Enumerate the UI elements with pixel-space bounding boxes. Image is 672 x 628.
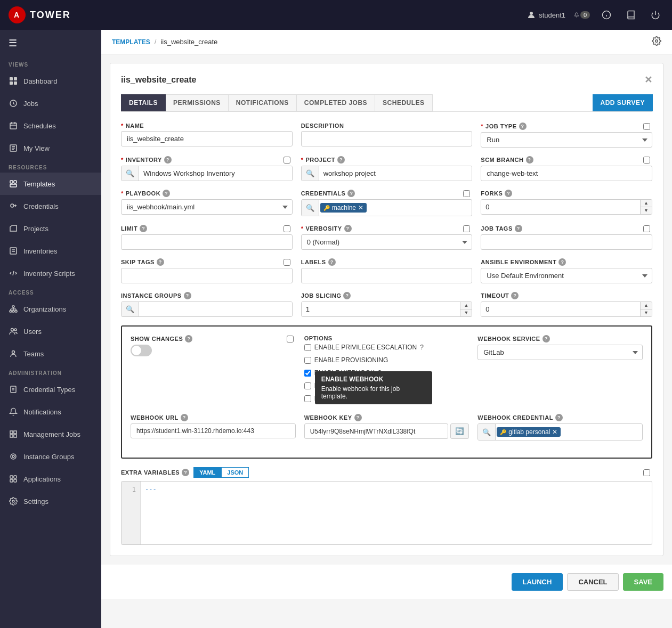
power-icon-wrapper[interactable] (647, 7, 663, 23)
webhook-credential-tag-close[interactable]: ✕ (552, 428, 557, 436)
sidebar-item-credentials[interactable]: Credentials (0, 195, 101, 217)
skip-tags-prompt-checkbox[interactable] (284, 259, 290, 266)
sidebar-item-teams[interactable]: Teams (0, 342, 101, 365)
option-concurrent-checkbox[interactable] (304, 382, 311, 389)
credentials-help-icon[interactable]: ? (347, 190, 355, 197)
project-search-button[interactable]: 🔍 (302, 166, 319, 181)
ansible-env-help-icon[interactable]: ? (558, 258, 566, 266)
hamburger-menu[interactable]: ☰ (0, 30, 101, 56)
tab-completed-jobs[interactable]: COMPLETED JOBS (296, 94, 375, 111)
tab-details[interactable]: DETAILS (121, 94, 166, 111)
book-icon-wrapper[interactable] (623, 7, 639, 23)
editor-content[interactable]: --- (141, 482, 652, 544)
sidebar-item-organizations[interactable]: Organizations (0, 298, 101, 320)
credentials-prompt-checkbox[interactable] (463, 190, 470, 197)
save-button[interactable]: SAVE (623, 573, 663, 591)
sidebar-item-notifications[interactable]: Notifications (0, 401, 101, 423)
sidebar-item-users[interactable]: Users (0, 320, 101, 342)
instance-groups-help-icon[interactable]: ? (184, 292, 191, 299)
sidebar-item-schedules[interactable]: Schedules (0, 115, 101, 137)
timeout-increment[interactable]: ▲ (641, 302, 652, 309)
option1-help-icon[interactable]: ? (420, 344, 424, 351)
sidebar-item-projects[interactable]: Projects (0, 217, 101, 240)
skip-tags-input[interactable] (121, 268, 293, 283)
webhook-credential-search-button[interactable]: 🔍 (478, 424, 496, 440)
limit-help-icon[interactable]: ? (140, 225, 147, 232)
job-tags-input[interactable] (481, 234, 652, 250)
webhook-credential-input[interactable] (562, 426, 642, 438)
cancel-button[interactable]: CANCEL (567, 573, 618, 591)
sidebar-item-applications[interactable]: Applications (0, 468, 101, 490)
inventory-input[interactable] (139, 166, 292, 181)
tab-permissions[interactable]: PERMISSIONS (165, 94, 229, 111)
option-webhook-checkbox[interactable] (304, 370, 311, 377)
tab-schedules[interactable]: SCHEDULES (375, 94, 433, 111)
breadcrumb-icon[interactable] (652, 36, 661, 47)
scm-branch-help-icon[interactable]: ? (526, 156, 533, 164)
ansible-env-select[interactable]: Use Default Environment (481, 268, 652, 283)
webhook-url-help-icon[interactable]: ? (181, 414, 188, 421)
tab-add-survey[interactable]: ADD SURVEY (593, 94, 653, 111)
sidebar-item-settings[interactable]: Settings (0, 490, 101, 512)
job-slicing-help-icon[interactable]: ? (343, 292, 351, 299)
playbook-select[interactable]: iis_webhook/main.yml (121, 199, 293, 215)
json-button[interactable]: JSON (221, 467, 249, 478)
labels-help-icon[interactable]: ? (328, 258, 336, 266)
job-type-help-icon[interactable]: ? (519, 123, 527, 130)
show-changes-prompt-checkbox[interactable] (287, 336, 294, 342)
job-type-prompt-checkbox[interactable] (643, 123, 650, 130)
project-input[interactable] (319, 166, 472, 181)
extra-vars-prompt-checkbox[interactable] (643, 469, 650, 476)
webhook-service-help-icon[interactable]: ? (543, 335, 550, 342)
scm-branch-input[interactable] (481, 166, 652, 181)
inventory-help-icon[interactable]: ? (164, 156, 172, 164)
project-help-icon[interactable]: ? (337, 156, 345, 164)
job-slicing-increment[interactable]: ▲ (460, 302, 472, 309)
inventory-prompt-checkbox[interactable] (284, 157, 290, 164)
description-input[interactable] (301, 131, 473, 146)
webhook-key-help-icon[interactable]: ? (354, 414, 362, 421)
labels-input[interactable] (301, 268, 473, 283)
sidebar-item-management-jobs[interactable]: Management Jobs (0, 423, 101, 445)
webhook-key-input[interactable] (304, 423, 449, 439)
show-changes-help-icon[interactable]: ? (185, 335, 192, 342)
credentials-search-button[interactable]: 🔍 (302, 200, 319, 216)
sidebar-item-inventories[interactable]: Inventories (0, 240, 101, 262)
forks-decrement[interactable]: ▼ (641, 207, 652, 214)
instance-groups-search-button[interactable]: 🔍 (122, 302, 139, 316)
inventory-search-button[interactable]: 🔍 (122, 166, 139, 181)
job-tags-help-icon[interactable]: ? (515, 225, 522, 232)
limit-prompt-checkbox[interactable] (284, 225, 290, 232)
verbosity-select[interactable]: 0 (Normal) (301, 234, 473, 250)
option-privilege-checkbox[interactable] (304, 344, 311, 351)
tab-notifications[interactable]: NOTIFICATIONS (228, 94, 297, 111)
webhook-credential-help-icon[interactable]: ? (555, 414, 563, 421)
webhook-url-input[interactable] (131, 423, 296, 438)
webhook-key-refresh[interactable]: 🔄 (450, 423, 469, 439)
skip-tags-help-icon[interactable]: ? (157, 258, 164, 266)
limit-input[interactable] (121, 234, 293, 250)
info-icon-wrapper[interactable] (598, 7, 614, 23)
webhook-service-select[interactable]: GitLab (477, 345, 643, 360)
breadcrumb-link[interactable]: TEMPLATES (112, 38, 150, 46)
job-tags-prompt-checkbox[interactable] (643, 225, 650, 232)
forks-increment[interactable]: ▲ (641, 200, 652, 207)
sidebar-item-templates[interactable]: Templates (0, 173, 101, 195)
job-type-select[interactable]: Run (481, 132, 652, 148)
sidebar-item-inventory-scripts[interactable]: Inventory Scripts (0, 262, 101, 284)
show-changes-toggle[interactable] (131, 345, 152, 356)
sidebar-item-myview[interactable]: My View (0, 137, 101, 159)
sidebar-item-jobs[interactable]: Jobs (0, 92, 101, 115)
credential-tag-close[interactable]: ✕ (358, 204, 363, 211)
sidebar-item-credential-types[interactable]: Credential Types (0, 378, 101, 401)
name-input[interactable] (121, 131, 293, 146)
yaml-button[interactable]: YAML (193, 467, 221, 478)
forks-help-icon[interactable]: ? (505, 190, 512, 197)
timeout-input[interactable] (481, 302, 640, 316)
job-slicing-decrement[interactable]: ▼ (460, 309, 472, 316)
instance-groups-input[interactable] (139, 302, 292, 316)
forks-input[interactable] (481, 200, 640, 214)
timeout-decrement[interactable]: ▼ (641, 309, 652, 316)
verbosity-prompt-checkbox[interactable] (463, 225, 470, 232)
job-slicing-input[interactable] (302, 302, 460, 316)
